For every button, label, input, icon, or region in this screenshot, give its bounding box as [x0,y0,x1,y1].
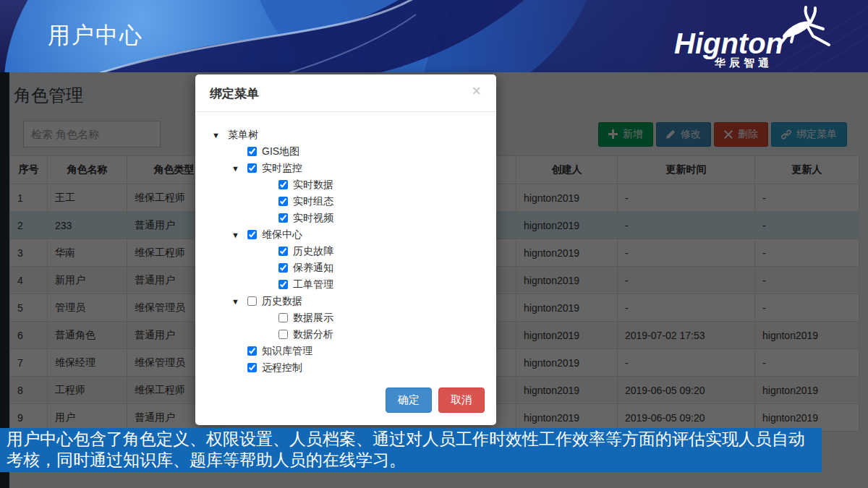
tree-row: 实时数据 [210,176,482,193]
caret-down-icon[interactable]: ▼ [231,231,242,239]
tree-row: 工单管理 [210,276,482,293]
modal-title: 绑定菜单 [210,87,259,100]
modal-footer: 确定 取消 [386,388,485,413]
tree-checkbox[interactable] [247,147,257,156]
menu-tree: ▼ 菜单树 GIS地图 ▼ 实时监控 实时数据 实时组态 [195,112,496,376]
brand-logo: Hignton 华辰智通 [674,3,826,71]
tree-checkbox[interactable] [278,313,288,322]
tree-row: 实时组态 [210,193,482,210]
tree-label[interactable]: 数据分析 [293,328,333,341]
tree-checkbox[interactable] [247,296,257,306]
tree-row: 实时视频 [210,210,482,226]
tree-row: 数据展示 [210,309,482,326]
tree-row: ▼ 维保中心 [210,226,482,243]
tree-checkbox[interactable] [278,180,288,189]
confirm-button[interactable]: 确定 [386,388,432,413]
tree-label[interactable]: 知识库管理 [262,345,312,358]
app-window: 用户中心 Hignton 华辰智通 角色管理 [0,0,868,488]
brand-subtitle: 华辰智通 [715,56,773,70]
tree-label[interactable]: 实时组态 [293,195,333,208]
brand-name: Hignton [674,27,783,60]
tree-label[interactable]: 菜单树 [228,129,258,142]
app-header: 用户中心 Hignton 华辰智通 [0,0,868,72]
tree-checkbox[interactable] [247,230,257,239]
tree-row: GIS地图 [210,143,482,160]
tree-label[interactable]: 远程控制 [262,361,302,374]
tree-row: 远程控制 [210,359,482,376]
tree-checkbox[interactable] [278,280,288,289]
tree-label[interactable]: 保养通知 [293,262,333,275]
caret-down-icon[interactable]: ▼ [212,131,222,140]
tree-label[interactable]: 历史数据 [262,295,302,308]
caret-down-icon[interactable]: ▼ [231,297,242,306]
tree-label[interactable]: 实时视频 [293,212,333,225]
tree-checkbox[interactable] [278,247,288,256]
tree-checkbox[interactable] [247,163,257,173]
tree-row: 保养通知 [210,260,482,276]
cancel-button[interactable]: 取消 [438,388,485,413]
tree-checkbox[interactable] [278,213,288,223]
close-icon[interactable]: × [467,82,485,100]
bind-menu-modal: 绑定菜单 × ▼ 菜单树 GIS地图 ▼ 实时监控 实时数据 [195,74,496,425]
caret-down-icon[interactable]: ▼ [231,164,242,173]
tree-checkbox[interactable] [247,346,257,356]
tree-checkbox[interactable] [278,263,288,273]
tree-row: 历史故障 [210,243,482,260]
page-title: 用户中心 [48,20,143,51]
tree-row: 知识库管理 [210,343,482,359]
tree-row: ▼ 实时监控 [210,160,482,176]
tree-checkbox[interactable] [247,363,257,372]
tree-label[interactable]: 维保中心 [262,228,302,241]
tree-label[interactable]: 工单管理 [293,278,333,291]
tree-label[interactable]: 实时数据 [293,179,333,192]
tree-row: ▼ 历史数据 [210,293,482,309]
tree-label[interactable]: GIS地图 [262,145,299,158]
tree-checkbox[interactable] [278,330,288,339]
modal-header: 绑定菜单 × [195,74,496,112]
footer-note-banner: 用户中心包含了角色定义、权限设置、人员档案、通过对人员工作时效性工作效率等方面的… [0,428,822,472]
tree-label[interactable]: 数据展示 [293,312,333,325]
tree-checkbox[interactable] [278,197,288,206]
tree-label[interactable]: 实时监控 [262,162,302,175]
tree-row: ▼ 菜单树 [210,127,482,143]
tree-row: 数据分析 [210,326,482,343]
tree-label[interactable]: 历史故障 [293,245,333,258]
